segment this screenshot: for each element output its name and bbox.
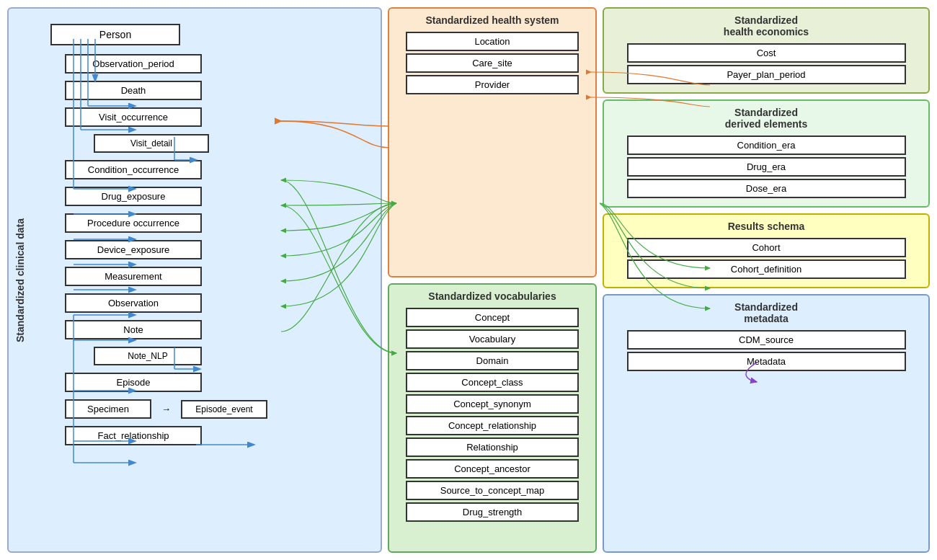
note-nlp-entity: Note_NLP: [94, 347, 202, 365]
episode-entity: Episode: [65, 373, 202, 392]
provider-entity: Provider: [406, 75, 578, 94]
health-econ-section: Standardizedhealth economics Cost Payer_…: [603, 7, 930, 94]
health-system-section: Standardized health system Location Care…: [388, 7, 597, 277]
proc-occ-row: Procedure occurrence: [65, 211, 370, 235]
domain-entity: Domain: [406, 351, 578, 370]
vocabulary-entity: Vocabulary: [406, 329, 578, 349]
clinical-data-panel: Standardized clinical data: [7, 7, 382, 553]
measurement-row: Measurement: [65, 265, 370, 288]
metadata-section: Standardizedmetadata CDM_source Metadata: [603, 294, 930, 553]
vocabularies-title: Standardized vocabularies: [396, 290, 588, 302]
episode-event-entity: Episode_event: [181, 400, 267, 419]
person-entity: Person: [50, 24, 180, 45]
drug-exp-row: Drug_exposure: [65, 185, 370, 208]
clinical-panel-label: Standardized clinical data: [13, 9, 27, 551]
note-entity: Note: [65, 320, 202, 339]
concept-ancestor-entity: Concept_ancestor: [406, 459, 578, 479]
metadata-title: Standardizedmetadata: [611, 301, 921, 324]
condition-era-entity: Condition_era: [627, 135, 906, 155]
location-entity: Location: [406, 32, 578, 51]
obs-period-entity: Observation_period: [65, 54, 202, 74]
results-title: Results schema: [611, 221, 921, 232]
cohort-entity: Cohort: [627, 238, 906, 257]
fact-rel-row: Fact_relationship: [65, 424, 370, 448]
concept-class-entity: Concept_class: [406, 373, 578, 392]
right-panel: Standardizedhealth economics Cost Payer_…: [603, 7, 930, 553]
cond-occ-row: Condition_occurrence: [65, 158, 370, 182]
observation-entity: Observation: [65, 293, 202, 313]
proc-occ-entity: Procedure occurrence: [65, 213, 202, 233]
health-econ-title: Standardizedhealth economics: [611, 14, 921, 37]
death-entity: Death: [65, 81, 202, 100]
relationship-entity: Relationship: [406, 437, 578, 457]
drug-exp-entity: Drug_exposure: [65, 187, 202, 206]
cost-entity: Cost: [627, 43, 906, 63]
health-system-title: Standardized health system: [396, 14, 588, 26]
observation-row: Observation: [65, 291, 370, 315]
cdm-source-entity: CDM_source: [627, 330, 906, 350]
dose-era-entity: Dose_era: [627, 179, 906, 198]
device-exp-entity: Device_exposure: [65, 240, 202, 259]
note-nlp-row: Note_NLP: [94, 345, 370, 368]
fact-rel-entity: Fact_relationship: [65, 426, 202, 445]
concept-relationship-entity: Concept_relationship: [406, 416, 578, 435]
episode-row: Episode: [65, 370, 370, 394]
cond-occ-entity: Condition_occurrence: [65, 160, 202, 179]
visit-occ-row: Visit_occurrence: [65, 105, 370, 129]
specimen-row: Specimen → Episode_event: [65, 397, 370, 421]
vocabularies-section: Standardized vocabularies Concept Vocabu…: [388, 283, 597, 554]
obs-period-row: Observation_period: [65, 52, 370, 76]
results-section: Results schema Cohort Cohort_definition: [603, 213, 930, 288]
note-row: Note: [65, 318, 370, 342]
derived-section: Standardizedderived elements Condition_e…: [603, 99, 930, 208]
concept-synonym-entity: Concept_synonym: [406, 394, 578, 414]
death-row: Death: [65, 79, 370, 102]
metadata-entity: Metadata: [627, 352, 906, 371]
payer-plan-entity: Payer_plan_period: [627, 65, 906, 84]
drug-era-entity: Drug_era: [627, 157, 906, 177]
drug-strength-entity: Drug_strength: [406, 502, 578, 522]
person-row: Person: [50, 22, 370, 48]
derived-title: Standardizedderived elements: [611, 107, 921, 130]
source-concept-map-entity: Source_to_concept_map: [406, 481, 578, 500]
measurement-entity: Measurement: [65, 267, 202, 286]
middle-panel: Standardized health system Location Care…: [388, 7, 597, 553]
care-site-entity: Care_site: [406, 53, 578, 73]
visit-detail-entity: Visit_detail: [94, 134, 209, 153]
cohort-def-entity: Cohort_definition: [627, 259, 906, 279]
visit-occ-entity: Visit_occurrence: [65, 107, 202, 127]
concept-entity: Concept: [406, 308, 578, 327]
specimen-entity: Specimen: [65, 399, 151, 419]
device-exp-row: Device_exposure: [65, 238, 370, 262]
visit-detail-row: Visit_detail: [94, 132, 370, 155]
